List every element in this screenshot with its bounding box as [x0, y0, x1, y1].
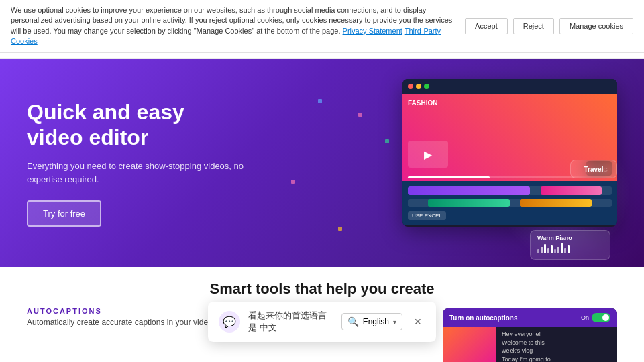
travel-card: Travel	[570, 160, 617, 178]
cookie-text: We use optional cookies to improve your …	[11, 5, 454, 47]
window-minimize-dot	[416, 84, 421, 89]
privacy-link[interactable]: Privacy Statement	[343, 27, 402, 35]
chevron-down-icon: ▾	[393, 318, 396, 326]
hero-subtitle: Everything you need to create show-stopp…	[27, 160, 255, 186]
manage-cookies-button[interactable]: Manage cookies	[559, 18, 633, 34]
hero-visual: FASHION VLOG ▶	[362, 66, 617, 267]
search-icon: 🔍	[347, 316, 359, 327]
confetti-7	[291, 180, 295, 184]
reject-button[interactable]: Reject	[513, 18, 554, 34]
language-selector[interactable]: 🔍 English ▾	[341, 313, 402, 330]
timeline-clip-3	[428, 199, 510, 208]
editor-mockup: FASHION VLOG ▶	[402, 79, 617, 227]
video-preview-header: Turn on autocaptions On	[443, 308, 617, 327]
editor-timeline: USE EXCEL	[402, 181, 617, 225]
smart-tools-title: Smart tools that help you create	[27, 280, 617, 298]
caption-line-1: Hey everyone!	[502, 330, 555, 339]
warm-piano-label: Warm Piano	[537, 235, 603, 241]
language-bubble-icon: 💬	[219, 311, 240, 333]
video-preview-content: Hey everyone! Welcome to this week's vlo…	[443, 327, 617, 362]
warm-piano-card: Warm Piano	[530, 230, 610, 260]
autocaptions-toggle-label: Turn on autocaptions	[449, 314, 517, 322]
cookie-buttons: Accept Reject Manage cookies	[465, 18, 633, 34]
cookie-banner: We use optional cookies to improve your …	[0, 0, 644, 53]
play-icon: ▶	[424, 148, 432, 161]
language-popup: 💬 看起来你的首选语言是 中文 🔍 English ▾ ✕	[208, 302, 436, 342]
language-suggestion-text: 看起来你的首选语言是 中文	[248, 310, 333, 334]
window-close-dot	[408, 84, 413, 89]
toggle-on-label: On	[581, 314, 589, 321]
toggle-dot	[602, 314, 609, 321]
video-thumbnail: ▶	[408, 141, 448, 168]
travel-label: Travel	[584, 166, 604, 173]
language-value: English	[363, 317, 389, 326]
caption-line-4: Today I'm going to...	[502, 355, 555, 362]
caption-line-3: week's vlog	[502, 347, 555, 355]
timeline-clip-1	[408, 186, 530, 195]
hero-cta-button[interactable]: Try for free	[27, 200, 101, 227]
confetti-6	[338, 227, 342, 231]
video-preview-card: Turn on autocaptions On Hey everyone! We…	[443, 308, 617, 362]
hero-title: Quick and easy video editor	[27, 99, 255, 151]
caption-lines: Hey everyone! Welcome to this week's vlo…	[496, 327, 561, 362]
timeline-clip-2	[541, 186, 602, 195]
toggle-pill	[592, 313, 610, 322]
autocaptions-toggle-switch[interactable]: On	[581, 313, 610, 322]
timeline-clip-4	[520, 199, 591, 208]
hero-section: Quick and easy video editor Everything y…	[0, 59, 644, 267]
timeline-track-1	[408, 186, 612, 195]
editor-topbar	[402, 79, 617, 94]
editor-bottom-label: USE EXCEL	[408, 211, 612, 220]
autocaptions-description: Automatically create accurate captions i…	[27, 318, 228, 327]
autocaptions-label: AUTOCAPTIONS	[27, 307, 228, 315]
confetti-4	[318, 99, 322, 103]
timeline-track-2	[408, 199, 612, 208]
video-thumbnail-preview	[443, 327, 496, 362]
accept-button[interactable]: Accept	[465, 18, 508, 34]
language-popup-close-button[interactable]: ✕	[411, 314, 425, 329]
progress-bar-fill	[408, 176, 490, 178]
window-maximize-dot	[424, 84, 429, 89]
editor-label-fashion: FASHION	[408, 99, 437, 107]
use-excel-label: USE EXCEL	[408, 211, 446, 220]
hero-content: Quick and easy video editor Everything y…	[0, 78, 282, 249]
caption-line-2: Welcome to this	[502, 339, 555, 347]
waveform	[537, 243, 603, 253]
autocaptions-info: AUTOCAPTIONS Automatically create accura…	[27, 307, 228, 327]
